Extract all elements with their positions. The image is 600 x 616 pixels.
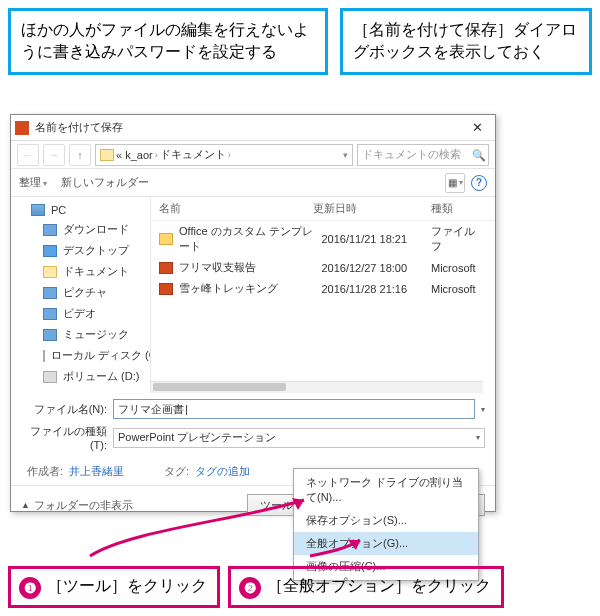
step-text-1: ［ツール］をクリック (47, 575, 207, 597)
chevron-right-icon: › (155, 150, 158, 160)
disk-icon (43, 350, 45, 362)
breadcrumb[interactable]: « k_aor › ドキュメント › ▾ (95, 144, 353, 166)
path-seg: ドキュメント (160, 147, 226, 162)
chevron-right-icon: › (228, 150, 231, 160)
file-kind: ファイル フ (431, 224, 487, 254)
search-placeholder: ドキュメントの検索 (362, 147, 468, 162)
step-note-1: ❶ ［ツール］をクリック (8, 566, 220, 608)
menu-save-options[interactable]: 保存オプション(S)... (294, 509, 478, 532)
forward-button[interactable]: → (43, 144, 65, 166)
view-button[interactable]: ▦▾ (445, 173, 465, 193)
file-date: 2016/11/21 18:21 (321, 233, 431, 245)
ppt-icon (159, 283, 173, 295)
filetype-select[interactable]: PowerPoint プレゼンテーション ▾ (113, 428, 485, 448)
tags-label: タグ: (164, 465, 189, 477)
file-list: 名前 更新日時 種類 Office のカスタム テンプレート 2016/11/2… (151, 197, 495, 393)
step-note-2: ❷ ［全般オプション］をクリック (228, 566, 504, 608)
col-kind[interactable]: 種類 (431, 201, 487, 216)
folder-tree: PC ダウンロード デスクトップ ドキュメント ピクチャ ビデオ ミュージック … (11, 197, 151, 393)
music-icon (43, 329, 57, 341)
tree-item-videos[interactable]: ビデオ (11, 303, 150, 324)
file-date: 2016/11/28 21:16 (321, 283, 431, 295)
menu-map-network-drive[interactable]: ネットワーク ドライブの割り当て(N)... (294, 471, 478, 509)
pictures-icon (43, 287, 57, 299)
powerpoint-icon (15, 121, 29, 135)
tags-value[interactable]: タグの追加 (195, 465, 250, 477)
pc-icon (31, 204, 45, 216)
file-row[interactable]: フリマ収支報告 2016/12/27 18:00 Microsoft (151, 257, 495, 278)
file-date: 2016/12/27 18:00 (321, 262, 431, 274)
dialog-title: 名前を付けて保存 (35, 120, 463, 135)
col-name[interactable]: 名前 (159, 201, 313, 216)
hide-folders-link[interactable]: ▲ フォルダーの非表示 (21, 498, 133, 513)
file-row[interactable]: 雪ヶ峰トレッキング 2016/11/28 21:16 Microsoft (151, 278, 495, 299)
chevron-down-icon[interactable]: ▾ (481, 405, 485, 414)
ppt-icon (159, 262, 173, 274)
menu-general-options[interactable]: 全般オプション(G)... (294, 532, 478, 555)
help-icon[interactable]: ? (471, 175, 487, 191)
back-button[interactable]: ← (17, 144, 39, 166)
step-badge-2: ❷ (239, 577, 261, 599)
scrollbar-thumb[interactable] (153, 383, 286, 391)
organize-button[interactable]: 整理▾ (19, 175, 47, 190)
instruction-note-right: ［名前を付けて保存］ダイアログボックスを表示しておく (340, 8, 592, 75)
tree-item-downloads[interactable]: ダウンロード (11, 219, 150, 240)
nav-bar: ← → ↑ « k_aor › ドキュメント › ▾ ドキュメントの検索 🔍 (11, 141, 495, 169)
filename-input[interactable]: フリマ企画書 (113, 399, 475, 419)
folder-icon (159, 233, 173, 245)
step-text-2: ［全般オプション］をクリック (267, 575, 491, 597)
horizontal-scrollbar[interactable] (151, 381, 483, 393)
search-icon: 🔍 (472, 149, 484, 161)
chevron-down-icon: ▾ (476, 433, 480, 442)
file-kind: Microsoft (431, 262, 487, 274)
tree-item-volume[interactable]: ボリューム (D:) (11, 366, 150, 387)
file-name: 雪ヶ峰トレッキング (179, 281, 321, 296)
new-folder-button[interactable]: 新しいフォルダー (61, 175, 149, 190)
documents-icon (43, 266, 57, 278)
file-row[interactable]: Office のカスタム テンプレート 2016/11/21 18:21 ファイ… (151, 221, 495, 257)
desktop-icon (43, 245, 57, 257)
step-badge-1: ❶ (19, 577, 41, 599)
videos-icon (43, 308, 57, 320)
col-date[interactable]: 更新日時 (313, 201, 431, 216)
dialog-toolbar: 整理▾ 新しいフォルダー ▦▾ ? (11, 169, 495, 197)
tree-item-music[interactable]: ミュージック (11, 324, 150, 345)
download-icon (43, 224, 57, 236)
author-value[interactable]: 井上香緒里 (69, 465, 124, 477)
filename-label: ファイル名(N): (21, 402, 107, 417)
instruction-note-left: ほかの人がファイルの編集を行えないように書き込みパスワードを設定する (8, 8, 328, 75)
author-label: 作成者: (27, 465, 63, 477)
tree-item-desktop[interactable]: デスクトップ (11, 240, 150, 261)
file-kind: Microsoft (431, 283, 487, 295)
tools-dropdown: ネットワーク ドライブの割り当て(N)... 保存オプション(S)... 全般オ… (293, 468, 479, 581)
file-name: Office のカスタム テンプレート (179, 224, 321, 254)
close-button[interactable]: ✕ (463, 120, 491, 135)
filetype-label: ファイルの種類(T): (21, 424, 107, 451)
volume-icon (43, 371, 57, 383)
tree-item-documents[interactable]: ドキュメント (11, 261, 150, 282)
up-button[interactable]: ↑ (69, 144, 91, 166)
folder-icon (100, 149, 114, 161)
titlebar: 名前を付けて保存 ✕ (11, 115, 495, 141)
chevron-down-icon[interactable]: ▾ (343, 150, 348, 160)
path-seg: « k_aor (116, 149, 153, 161)
file-name: フリマ収支報告 (179, 260, 321, 275)
save-as-dialog: 名前を付けて保存 ✕ ← → ↑ « k_aor › ドキュメント › ▾ ドキ… (10, 114, 496, 512)
column-headers[interactable]: 名前 更新日時 種類 (151, 197, 495, 221)
tree-item-pc[interactable]: PC (11, 201, 150, 219)
tree-item-pictures[interactable]: ピクチャ (11, 282, 150, 303)
search-input[interactable]: ドキュメントの検索 🔍 (357, 144, 489, 166)
tree-item-local-disk[interactable]: ローカル ディスク (C (11, 345, 150, 366)
